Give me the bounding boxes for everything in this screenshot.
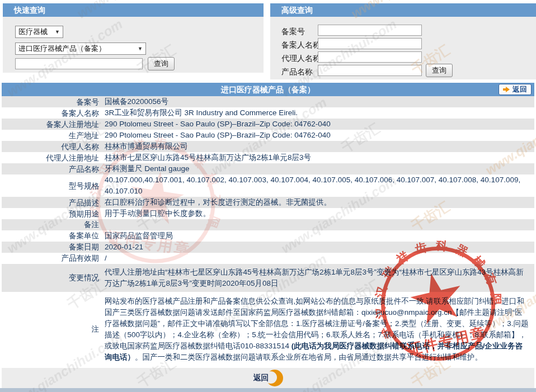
record-no-input[interactable] (318, 25, 422, 36)
advanced-search-title: 高级查询 (270, 3, 536, 17)
back-button-bottom[interactable]: 返回 (253, 370, 283, 386)
detail-section: 进口医疗器械产品（备案） 返回 备案号国械备20200056号备案人名称3R工业… (2, 83, 534, 367)
back-button-top[interactable]: 返回 (499, 84, 532, 95)
table-row: 备案日期2020-01-21 (2, 242, 534, 253)
quick-keyword-input[interactable] (15, 58, 143, 69)
row-value: 国家药品监督管理局 (104, 230, 534, 242)
detail-header: 进口医疗器械产品（备案） 返回 (2, 83, 534, 96)
row-label: 型号规格 (2, 181, 104, 191)
back-button-top-label: 返回 (513, 84, 527, 95)
chevron-down-icon: ▼ (55, 29, 60, 35)
row-label: 变更情况 (2, 272, 104, 283)
table-row: 预期用途用于手动测量口腔中长度参数。 (2, 208, 534, 219)
row-label: 生产地址 (2, 130, 104, 141)
product-name-label: 产品名称 (281, 66, 313, 77)
row-value: 牙科测量尺 Dental gauge (104, 163, 534, 174)
advanced-search-button[interactable]: 查询 (426, 64, 453, 77)
arrow-right-icon (503, 87, 510, 92)
row-label: 产品名称 (2, 164, 104, 174)
row-value: 桂林市博通贸易有限公司 (104, 141, 534, 152)
table-row: 备案人注册地址290 Ptolomeu Street - Sao Paulo (… (2, 119, 534, 130)
quick-search-panel: 快速查询 医疗器械 ▼ 进口医疗器械产品（备案） ▼ 查询 (3, 3, 264, 73)
quick-search-body: 医疗器械 ▼ 进口医疗器械产品（备案） ▼ 查询 (3, 17, 264, 73)
agent-name-input[interactable] (318, 51, 422, 63)
advanced-search-panel: 高级查询 备案号 备案人名称 代理人名称 产品名称 查询 (270, 3, 536, 79)
table-row: 生产地址290 Ptolomeu Street - Sao Paulo (SP)… (2, 130, 534, 141)
table-row: 备注 (2, 219, 534, 230)
row-value: 国械备20200056号 (104, 96, 534, 107)
row-label: 备案单位 (2, 230, 104, 241)
row-value: 3R工业和贸易有限公司 3R Industry and Commerce Eir… (104, 107, 534, 119)
table-row: 代理人名称桂林市博通贸易有限公司 (2, 141, 534, 152)
type-select[interactable]: 进口医疗器械产品（备案） ▼ (15, 42, 146, 55)
type-select-value: 进口医疗器械产品（备案） (18, 44, 106, 54)
row-value: 代理人注册地址由“桂林市七星区穿山东路45号桂林高新万达广场2栋1单元8层3号”… (104, 264, 534, 292)
row-label: 预期用途 (2, 209, 104, 219)
category-select[interactable]: 医疗器械 ▼ (15, 26, 63, 38)
bottom-blue-strip (0, 388, 536, 392)
registrant-name-input[interactable] (318, 38, 422, 49)
registrant-name-label: 备案人名称 (281, 39, 321, 50)
table-row: 备案人名称3R工业和贸易有限公司 3R Industry and Commerc… (2, 107, 534, 119)
row-label: 备案号 (2, 97, 104, 107)
chevron-down-icon: ▼ (138, 46, 143, 51)
table-row: 注网站发布的医疗器械产品注册和产品备案信息供公众查询,如网站公布的信息与原纸质批… (2, 292, 534, 367)
row-label: 注 (2, 324, 104, 334)
product-name-input[interactable] (318, 65, 422, 76)
record-no-label: 备案号 (281, 26, 305, 37)
table-row: 产品有效期/ (2, 253, 534, 264)
row-label: 备案人名称 (2, 108, 104, 119)
quick-search-button[interactable]: 查询 (148, 57, 175, 70)
table-row: 代理人注册地址桂林市七星区穿山东路45号桂林高新万达广场2栋1单元8层3号 (2, 152, 534, 163)
row-value: 40.107.000,40.107.001, 40.107.002, 40.10… (104, 174, 534, 197)
row-value: 2020-01-21 (104, 242, 534, 253)
back-button-bottom-label: 返回 (253, 373, 269, 383)
row-value: 用于手动测量口腔中长度参数。 (104, 208, 534, 219)
row-label: 代理人注册地址 (2, 153, 104, 163)
quick-search-title: 快速查询 (3, 3, 264, 17)
table-row: 备案号国械备20200056号 (2, 96, 534, 107)
table-row: 变更情况代理人注册地址由“桂林市七星区穿山东路45号桂林高新万达广场2栋1单元8… (2, 264, 534, 292)
row-label: 代理人名称 (2, 141, 104, 152)
agent-name-label: 代理人名称 (281, 53, 321, 64)
advanced-search-body: 备案号 备案人名称 代理人名称 产品名称 查询 (270, 17, 536, 79)
bottom-bar: 返回 (2, 368, 534, 388)
table-row: 产品描述在口腔科治疗和诊断过程中，对长度进行测定的器械。非无菌提供。 (2, 197, 534, 208)
table-row: 产品名称牙科测量尺 Dental gauge (2, 163, 534, 174)
category-select-value: 医疗器械 (18, 27, 48, 37)
table-row: 备案单位国家药品监督管理局 (2, 230, 534, 242)
row-label: 备案人注册地址 (2, 119, 104, 130)
row-value: 桂林市七星区穿山东路45号桂林高新万达广场2栋1单元8层3号 (104, 152, 534, 163)
row-label: 产品描述 (2, 197, 104, 208)
row-label: 备案日期 (2, 242, 104, 252)
row-label: 产品有效期 (2, 253, 104, 263)
row-value: 网站发布的医疗器械产品注册和产品备案信息供公众查询,如网站公布的信息与原纸质批件… (104, 292, 534, 367)
row-label: 备注 (2, 219, 104, 230)
page-title: 进口医疗器械产品（备案） (2, 83, 534, 96)
row-value: 290 Ptolomeu Street - Sao Paulo (SP)–Bra… (104, 130, 534, 141)
detail-rows: 备案号国械备20200056号备案人名称3R工业和贸易有限公司 3R Indus… (2, 96, 534, 367)
row-value: 290 Ptolomeu Street - Sao Paulo (SP)–Bra… (104, 119, 534, 130)
row-value: 在口腔科治疗和诊断过程中，对长度进行测定的器械。非无菌提供。 (104, 197, 534, 208)
row-value: / (104, 253, 534, 264)
table-row: 型号规格40.107.000,40.107.001, 40.107.002, 4… (2, 174, 534, 197)
